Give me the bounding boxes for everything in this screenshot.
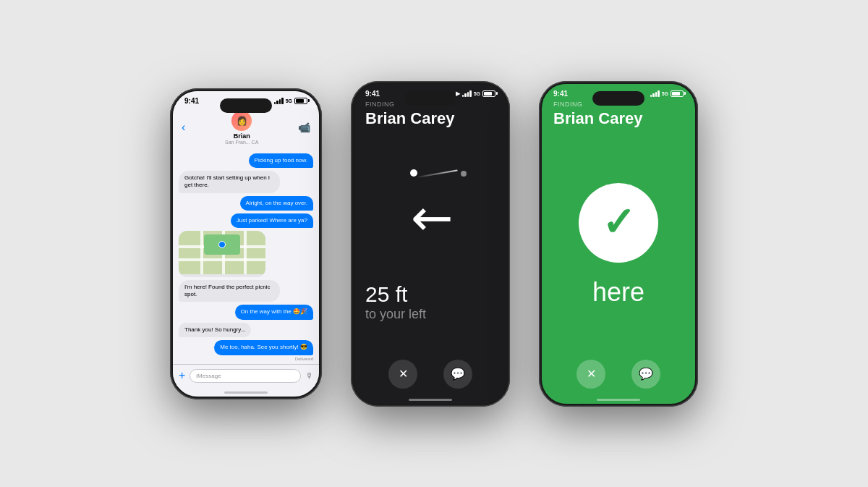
home-indicator-2: [409, 399, 452, 401]
dynamic-island-3: [592, 91, 644, 106]
phone-finding: 9:41 ▶ 5G FINDING Brian Carey: [351, 81, 510, 407]
map-image: [179, 231, 265, 274]
signal-icon-1: [274, 98, 284, 104]
time-3: 9:41: [553, 90, 568, 98]
home-indicator-3: [597, 399, 640, 401]
avatar: 👩: [231, 111, 252, 131]
microphone-icon: 🎙: [305, 371, 313, 380]
phone-found: 9:41 5G FINDING Brian Carey: [539, 81, 698, 407]
time-2: 9:41: [365, 90, 380, 98]
map-actions: 📍 Find My ↗ Share: [179, 274, 265, 276]
status-icons-1: 5G: [274, 98, 307, 104]
list-item: Picking up food now.: [249, 153, 313, 168]
status-icons-3: 5G: [650, 90, 684, 97]
finding-content: ↖ 25 ft to your left: [354, 140, 507, 351]
contact-name-finding: Brian Carey: [354, 109, 507, 140]
finding-actions: ✕ 💬: [354, 351, 507, 394]
network-type-1: 5G: [286, 98, 292, 103]
dynamic-island-1: [220, 98, 272, 113]
list-item: Me too, haha. See you shortly! 😎: [214, 340, 313, 355]
list-item: I'm here! Found the perfect picnic spot.: [179, 280, 280, 302]
close-button-green[interactable]: ✕: [576, 360, 605, 389]
signal-icon-2: [462, 90, 472, 97]
message-input-bar: + iMessage 🎙: [173, 364, 319, 387]
distance-display: 25 ft: [365, 282, 407, 307]
list-item: Just parked! Where are ya?: [231, 213, 313, 228]
battery-icon-3: [671, 90, 684, 97]
network-type-3: 5G: [662, 91, 668, 96]
list-item: Alright, on the way over.: [240, 196, 313, 211]
here-label: here: [592, 277, 644, 308]
time-1: 9:41: [184, 97, 199, 105]
found-actions: ✕ 💬: [542, 351, 695, 394]
battery-icon-1: [294, 98, 307, 104]
battery-icon-2: [482, 90, 495, 97]
signal-icon-3: [650, 90, 660, 97]
contact-name-found: Brian Carey: [542, 109, 695, 140]
found-content: ✓ here: [542, 140, 695, 351]
status-icons-2: ▶ 5G: [456, 90, 495, 97]
home-indicator-1: [224, 391, 268, 394]
contact-name: Brian: [225, 132, 258, 140]
contact-info: 👩 Brian San Fran... CA: [225, 111, 258, 145]
message-button[interactable]: 💬: [443, 360, 472, 389]
message-input[interactable]: iMessage: [190, 369, 301, 383]
add-attachment-button[interactable]: +: [179, 369, 185, 382]
close-button[interactable]: ✕: [388, 360, 417, 389]
check-circle: ✓: [579, 183, 658, 263]
network-type-2: 5G: [474, 91, 480, 96]
direction-arrow-icon: ↖: [397, 185, 463, 250]
dynamic-island-2: [404, 91, 456, 106]
list-item: Gotcha! I'll start setting up when I get…: [179, 171, 280, 193]
message-button-green[interactable]: 💬: [631, 360, 660, 389]
video-call-button[interactable]: 📹: [298, 122, 310, 133]
delivered-label: Delivered: [179, 357, 313, 361]
messages-list: Picking up food now. Gotcha! I'll start …: [173, 151, 319, 364]
phone-messages: 9:41 5G ‹ 👩: [170, 88, 322, 399]
back-button[interactable]: ‹: [182, 121, 185, 134]
messages-header: ‹ 👩 Brian San Fran... CA 📹: [173, 108, 319, 151]
contact-sub: San Fran... CA: [225, 140, 258, 145]
map-bubble: 📍 Find My ↗ Share: [179, 231, 265, 276]
list-item: Thank you! So hungry...: [179, 323, 251, 337]
direction-display: to your left: [365, 307, 426, 322]
list-item: On the way with the 🤩🎉: [235, 305, 313, 319]
direction-arrow-area: ↖: [365, 154, 495, 282]
checkmark-icon: ✓: [602, 203, 635, 242]
